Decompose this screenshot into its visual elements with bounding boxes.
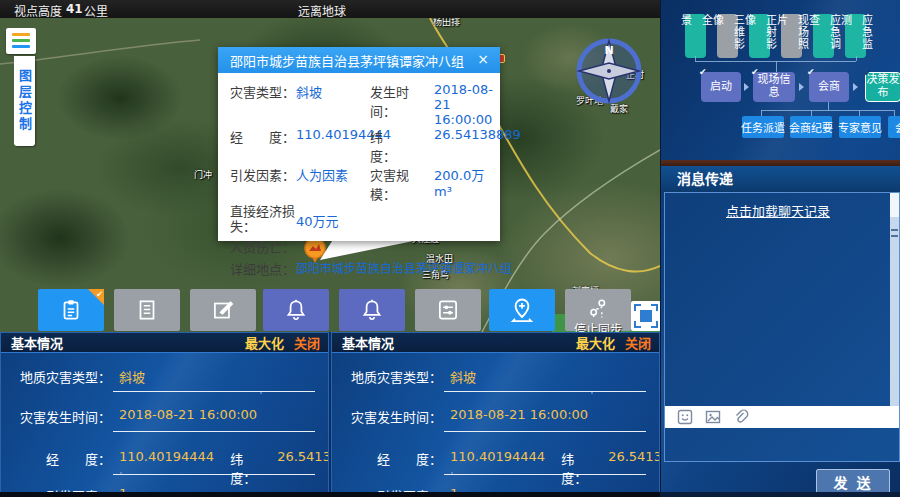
occur-time-label: 灾害发生时间： (332, 407, 442, 426)
locate-disaster-button[interactable] (489, 289, 555, 331)
workflow-message-panel: 全景 三维影像 正射影像 现场照片 应急调查 应急监测 ✔启动 ✔现场信息 ✔会… (660, 0, 900, 497)
node-start[interactable]: ✔启动 (701, 72, 741, 102)
longitude-value: 110.40194444 (119, 449, 214, 487)
geo-type-value: 斜坡 (450, 367, 476, 386)
viewpoint-height-unit: 公里 (84, 2, 108, 19)
casualty-label: 人员伤亡： (230, 237, 295, 256)
viewpoint-height-value: 41 (66, 2, 83, 16)
pill-3d-imagery[interactable]: 三维影像 (717, 14, 738, 58)
task-expert-opinion[interactable]: 专家意见 (839, 116, 881, 138)
map-place-label: 门冲 (194, 168, 212, 181)
sliders-icon (435, 297, 461, 323)
maximize-button[interactable]: 最大化 (576, 333, 615, 352)
menu-button[interactable] (6, 28, 36, 54)
map-pin-icon (508, 296, 536, 324)
bottom-strip (660, 492, 900, 497)
basic-info-button[interactable]: ✔ (38, 289, 104, 331)
bell-icon (283, 297, 309, 323)
geo-type-value: 斜坡 (119, 367, 145, 386)
chat-history-area[interactable]: 点击加载聊天记录 (665, 193, 899, 406)
edit-icon (210, 297, 236, 323)
clipboard-icon (58, 297, 84, 323)
bottom-strip (0, 492, 660, 497)
camera-mode-label: 远离地球 (298, 2, 346, 19)
longitude-label: 经 度： (1, 449, 111, 487)
scrollbar-grip-icon (891, 229, 898, 237)
longitude-label: 经 度： (230, 127, 296, 146)
node-consultation[interactable]: ✔会商 (809, 72, 849, 102)
longitude-value: 110.40194444 (450, 449, 545, 487)
occur-time-value: 2018-08-21 16:00:00 (434, 82, 500, 127)
bell-icon (359, 297, 385, 323)
pill-emergency-survey[interactable]: 应急调查 (813, 14, 834, 58)
pill-site-photos[interactable]: 现场照片 (781, 14, 802, 58)
app-window: 视点高度 41 公里 远离地球 杨田排 正村 罗叶地 戴家 门冲 小溪江 大江边… (0, 0, 900, 497)
task-meeting-minutes[interactable]: 会商纪要 (790, 116, 832, 138)
document-icon (134, 297, 160, 323)
image-icon[interactable] (705, 409, 721, 425)
address-label: 详细地点： (230, 259, 296, 278)
fullscreen-button[interactable] (631, 301, 661, 331)
messages-title: 消息传递 (661, 166, 900, 192)
latitude-value: 26.54138889 (608, 449, 660, 487)
chat-toolbar (665, 406, 899, 428)
panel-header: 基本情况 最大化 关闭 (1, 333, 328, 353)
latitude-label: 纬 度： (561, 449, 600, 487)
close-icon[interactable]: × (474, 51, 492, 69)
longitude-value: 110.40194444 (296, 127, 370, 142)
task-dispatch[interactable]: 任务派遣 (742, 116, 784, 138)
scrollbar-thumb[interactable] (890, 193, 899, 217)
menu-icon (12, 33, 30, 36)
trigger-factor-label: 引发因素： (230, 165, 296, 184)
viewpoint-height-label: 视点高度 (14, 2, 62, 19)
attachment-icon[interactable] (733, 409, 749, 425)
pill-ortho-imagery[interactable]: 正射影像 (749, 14, 770, 58)
maximize-button[interactable]: 最大化 (245, 333, 284, 352)
panel-title: 基本情况 (11, 333, 245, 352)
popup-title-bar: 邵阳市城步苗族自治县茅坪镇谭家冲八组 × (218, 47, 500, 73)
node-decision-release[interactable]: ✔决策发布 (865, 72, 900, 102)
pill-emergency-monitor[interactable]: 应急监测 (845, 14, 866, 58)
report-button[interactable] (190, 289, 256, 331)
monitor-button[interactable] (415, 289, 481, 331)
popup-title: 邵阳市城步苗族自治县茅坪镇谭家冲八组 (230, 51, 474, 70)
address-value: 邵阳市城步苗族自治县茅坪镇谭家冲八组 (296, 259, 512, 276)
geo-type-label: 地质灾害类型： (332, 367, 442, 386)
menu-icon (12, 39, 30, 42)
warning-button[interactable] (263, 289, 329, 331)
economic-loss-value: 40万元 (296, 211, 370, 230)
occur-time-value: 2018-08-21 16:00:00 (119, 407, 257, 426)
basic-info-panel-2: 基本情况 最大化 关闭 地质灾害类型： 斜坡 灾害发生时间： 2018-08-2… (331, 332, 660, 497)
occur-time-label: 发生时间： (370, 82, 434, 120)
warning-button-2[interactable] (339, 289, 405, 331)
menu-icon (12, 45, 30, 48)
close-button[interactable]: 关闭 (294, 333, 320, 352)
task-consultation[interactable]: 会商 (888, 116, 900, 138)
layer-control-tab[interactable]: 图层控制 (14, 56, 35, 146)
chat-box: 点击加载聊天记录 (664, 192, 900, 462)
latitude-label: 纬 度： (230, 449, 269, 487)
close-button[interactable]: 关闭 (625, 333, 651, 352)
latitude-value: 26.54138889 (277, 449, 329, 487)
svg-text:N: N (604, 44, 613, 57)
node-site-info[interactable]: ✔现场信息 (753, 72, 795, 102)
emoji-icon[interactable] (677, 409, 693, 425)
compass-icon[interactable]: N (576, 38, 642, 104)
geo-type-label: 地质灾害类型： (1, 367, 111, 386)
selected-badge: ✔ (88, 289, 104, 305)
latitude-value: 26.54138889 (434, 127, 521, 142)
panel-title: 基本情况 (342, 333, 576, 352)
disaster-info-popup: 邵阳市城步苗族自治县茅坪镇谭家冲八组 × 灾害类型： 斜坡 发生时间： 2018… (218, 47, 500, 241)
load-chat-link[interactable]: 点击加载聊天记录 (665, 201, 891, 220)
disaster-type-value: 斜坡 (296, 82, 370, 101)
occur-time-value: 2018-08-21 16:00:00 (450, 407, 588, 426)
occur-time-label: 灾害发生时间： (1, 407, 111, 426)
pill-panorama[interactable]: 全景 (685, 14, 706, 58)
trigger-factor-value: 人为因素 (296, 165, 370, 184)
message-input[interactable] (665, 428, 899, 461)
chat-scrollbar[interactable] (890, 193, 899, 406)
disaster-scale-label: 灾害规模： (370, 165, 434, 203)
basic-info-panel: 基本情况 最大化 关闭 地质灾害类型： 斜坡 灾害发生时间： 2018-08-2… (0, 332, 329, 497)
longitude-label: 经 度： (332, 449, 442, 487)
disaster-detail-button[interactable] (114, 289, 180, 331)
